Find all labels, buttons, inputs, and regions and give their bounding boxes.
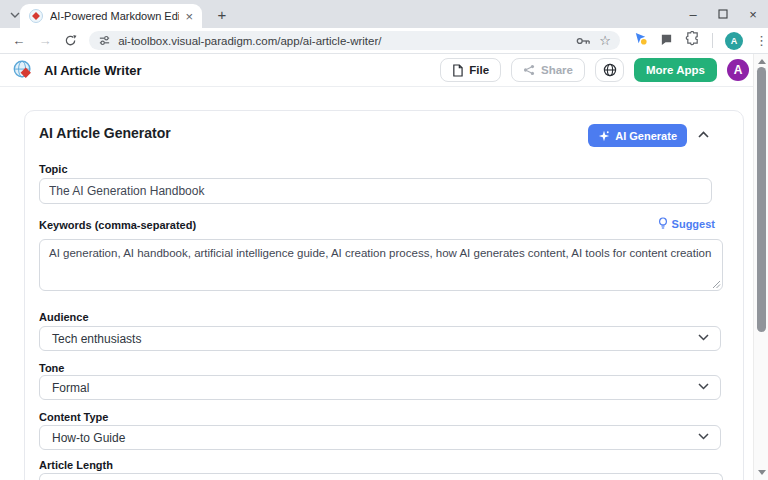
suggest-button[interactable]: Suggest: [658, 217, 715, 230]
language-button[interactable]: [595, 58, 624, 82]
language-globe-icon: [603, 63, 617, 77]
ai-generate-icon: [598, 130, 610, 142]
collapse-icon: [698, 131, 709, 138]
site-info-icon[interactable]: [98, 34, 111, 47]
browser-toolbar: ← → ai-toolbox.visual-paradigm.com/app/a…: [0, 28, 768, 54]
extensions-puzzle-icon[interactable]: [685, 31, 700, 50]
scrollbar-up-icon[interactable]: [758, 59, 766, 64]
ai-generate-label: AI Generate: [615, 130, 677, 142]
suggest-icon: [658, 217, 668, 230]
file-button-label: File: [469, 64, 489, 76]
tab-title: AI-Powered Markdown Editor: [50, 10, 179, 22]
select-chevron-icon: [698, 433, 709, 440]
app-title: AI Article Writer: [44, 63, 142, 78]
ai-generate-button[interactable]: AI Generate: [588, 124, 687, 147]
address-bar[interactable]: ai-toolbox.visual-paradigm.com/app/ai-ar…: [89, 31, 620, 50]
tone-select[interactable]: Formal: [39, 375, 721, 400]
file-button[interactable]: File: [440, 58, 501, 82]
browser-tab[interactable]: AI-Powered Markdown Editor ×: [20, 4, 202, 28]
audience-label: Audience: [39, 311, 89, 323]
share-button[interactable]: Share: [511, 58, 585, 82]
scrollbar-down-icon[interactable]: [758, 470, 766, 475]
app-header: AI Article Writer File Share More Apps A: [0, 54, 768, 87]
topic-input[interactable]: [39, 178, 712, 204]
share-button-label: Share: [541, 64, 573, 76]
bookmark-star-icon[interactable]: ☆: [599, 34, 611, 47]
tone-label: Tone: [39, 362, 64, 374]
minimize-icon[interactable]: –: [678, 0, 708, 28]
tab-close-icon[interactable]: ×: [185, 10, 193, 23]
audience-select[interactable]: Tech enthusiasts: [39, 326, 721, 351]
close-window-icon[interactable]: ×: [738, 0, 768, 28]
browser-menu-icon[interactable]: ⋮: [755, 33, 768, 48]
page-scrollbar[interactable]: [753, 54, 768, 480]
article-length-label: Article Length: [39, 459, 113, 471]
tone-value: Formal: [52, 381, 89, 395]
content-type-value: How-to Guide: [52, 431, 125, 445]
extensions-row: A ⋮: [633, 31, 768, 50]
window-controls: – ×: [678, 0, 768, 28]
more-apps-button[interactable]: More Apps: [634, 58, 717, 82]
collapse-panel-button[interactable]: [697, 128, 709, 140]
textarea-resize-handle[interactable]: [712, 280, 721, 289]
suggest-label: Suggest: [672, 218, 715, 230]
scrollbar-thumb[interactable]: [757, 67, 766, 332]
new-tab-button[interactable]: +: [212, 4, 232, 24]
topic-label: Topic: [39, 163, 68, 175]
forward-icon: →: [37, 33, 52, 48]
browser-window: AI-Powered Markdown Editor × + – × ← → a…: [0, 0, 768, 480]
share-icon: [523, 64, 535, 76]
article-length-select[interactable]: [39, 473, 723, 480]
maximize-icon[interactable]: [708, 0, 738, 28]
page-content: AI Article Generator AI Generate Topic K…: [0, 88, 753, 480]
extension-dark-icon[interactable]: [660, 32, 673, 50]
refresh-icon[interactable]: [63, 34, 78, 47]
site-favicon-icon: [29, 9, 43, 23]
generator-card: AI Article Generator AI Generate Topic K…: [24, 110, 744, 480]
password-key-icon[interactable]: [576, 36, 591, 46]
content-type-select[interactable]: How-to Guide: [39, 425, 721, 450]
toolbar-separator: [712, 33, 713, 48]
audience-value: Tech enthusiasts: [52, 332, 141, 346]
tab-strip: AI-Powered Markdown Editor × + – ×: [0, 0, 768, 28]
card-title: AI Article Generator: [39, 125, 171, 141]
app-logo-icon: [12, 59, 34, 81]
select-chevron-icon: [698, 383, 709, 390]
keywords-textarea[interactable]: AI generation, AI handbook, artificial i…: [39, 239, 723, 291]
keywords-label: Keywords (comma-separated): [39, 219, 196, 231]
file-icon: [452, 64, 463, 77]
browser-profile-avatar[interactable]: A: [725, 32, 743, 50]
content-type-label: Content Type: [39, 411, 108, 423]
app-avatar[interactable]: A: [727, 59, 749, 81]
tab-search-icon: [10, 12, 20, 18]
select-chevron-icon: [698, 334, 709, 341]
url-text[interactable]: ai-toolbox.visual-paradigm.com/app/ai-ar…: [118, 35, 568, 47]
back-icon[interactable]: ←: [11, 33, 26, 48]
extension-blue-icon[interactable]: [633, 31, 648, 50]
